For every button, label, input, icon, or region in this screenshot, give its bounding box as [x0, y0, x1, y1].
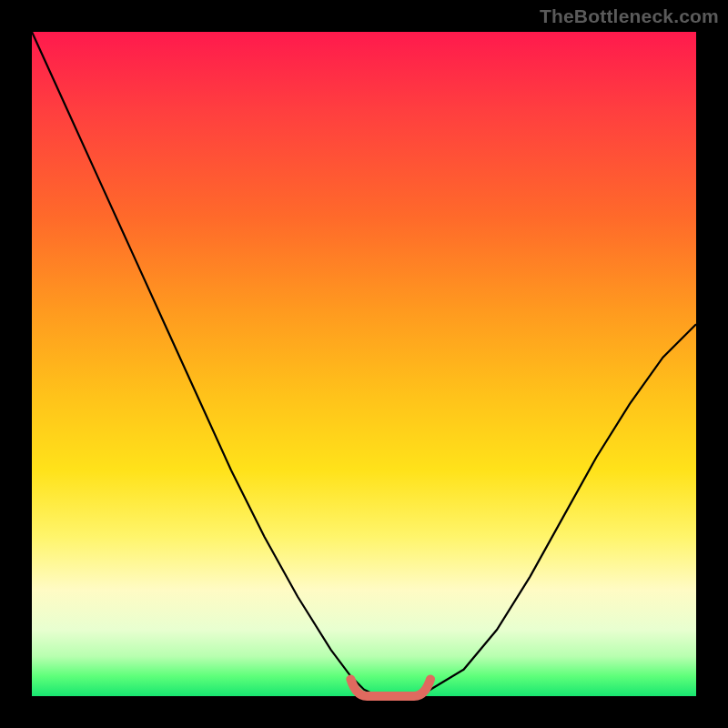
curve-svg [32, 32, 696, 696]
watermark-text: TheBottleneck.com [540, 5, 719, 27]
chart-frame: TheBottleneck.com [0, 0, 728, 728]
plot-area [32, 32, 696, 696]
bottleneck-curve-path [32, 32, 696, 696]
